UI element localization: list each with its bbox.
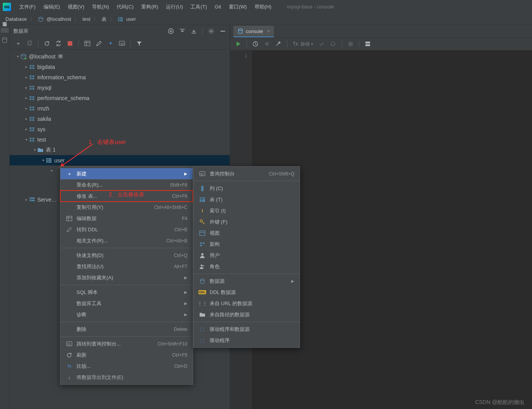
expand-arrow-icon[interactable] [23,137,29,142]
tree-tables-folder[interactable]: 表 1 [46,147,56,154]
edit-icon[interactable] [96,40,102,47]
expand-arrow-icon[interactable] [23,85,29,90]
history-icon[interactable] [252,41,258,47]
sync-icon[interactable] [55,40,62,47]
sub-url-datasource[interactable]: ⋮⋮来自 URL 的数据源 [193,298,300,309]
gear-icon[interactable] [208,28,214,34]
tree-server-objects[interactable]: Serve… [37,197,57,203]
sub-schema[interactable]: 架构 [193,239,300,250]
expand-arrow-icon[interactable] [23,127,29,131]
menu-run[interactable]: 运行(U) [162,0,187,13]
sub-path-datasource[interactable]: 来自路径的数据源 [193,309,300,320]
sub-index[interactable]: i索引 (I) [193,205,300,216]
tree-schema[interactable]: sakila [37,116,51,122]
jump-icon[interactable]: ✦ [107,40,113,47]
sub-table[interactable]: 表 (T) [193,194,300,205]
tree-schema[interactable]: mysql [37,85,52,91]
crumb-db[interactable]: test [82,16,90,22]
crumb-host[interactable]: @localhost [47,16,72,22]
expand-arrow-icon[interactable] [15,54,20,58]
db-strip-icon[interactable] [1,37,8,43]
sub-foreign-key[interactable]: 外键 (F) [193,216,300,227]
sub-role[interactable]: 角色 [193,261,300,272]
expand-arrow-icon[interactable] [49,169,54,173]
sub-query-console[interactable]: QL查询控制台Ctrl+Shift+Q [193,168,300,179]
refresh-icon[interactable] [44,40,50,47]
rollback-icon[interactable] [330,41,336,47]
tx-mode[interactable]: Tx: 自动 ▾ [293,41,313,47]
ctx-new[interactable]: ＋ 新建▶ [60,168,193,179]
stop-query-icon[interactable] [347,41,354,47]
tree-schema-test[interactable]: test [37,137,46,143]
ctx-goto-ddl[interactable]: 转到 DDLCtrl+B [60,224,193,235]
expand-arrow-icon[interactable] [23,96,29,100]
tree-schema[interactable]: information_schema [37,74,86,80]
ctx-edit-data[interactable]: 编辑数据F4 [60,213,193,224]
menu-window[interactable]: 窗口(W) [225,0,251,13]
expand-arrow-icon[interactable] [23,117,29,121]
database-toolwindow-tab[interactable]: 数据库 [1,28,9,33]
ctx-find-usages[interactable]: 查找用法(U)Alt+F7 [60,261,193,272]
menu-code[interactable]: 代码(C) [113,0,137,13]
sub-column[interactable]: 列 (C) [193,183,300,194]
sub-view[interactable]: 视图 [193,227,300,239]
layout-icon[interactable] [365,41,371,47]
crumb-tables[interactable]: 表 [102,16,107,23]
table-view-icon[interactable] [84,40,90,47]
stop-icon[interactable] [67,40,73,47]
expand-arrow-icon[interactable] [23,65,29,69]
crumb-user[interactable]: user [126,16,136,22]
expand-arrow-icon[interactable] [23,197,29,202]
run-icon[interactable] [235,41,241,47]
menu-file[interactable]: 文件(F) [15,0,40,13]
ctx-jump-console[interactable]: QL跳转到查询控制台...Ctrl+Shift+F10 [60,338,193,349]
record-icon[interactable] [264,41,270,47]
collapse-icon[interactable] [179,28,185,34]
sub-user[interactable]: 用户 [193,250,300,261]
expand-arrow-icon[interactable] [23,106,29,110]
ctx-modify-table[interactable]: 修改 表...Ctrl+F6 [60,190,193,202]
ctx-sql-scripts[interactable]: SQL 脚本▶ [60,287,193,298]
menu-tools[interactable]: 工具(T) [187,0,211,13]
expand-arrow-icon[interactable] [40,158,46,162]
tab-console[interactable]: console × [233,26,274,37]
hide-icon[interactable] [220,28,226,34]
menu-edit[interactable]: 编辑(E) [40,0,64,13]
filter-icon[interactable] [136,40,142,47]
expand-icon[interactable] [191,28,197,34]
ctx-quick-doc[interactable]: 快速文档(D)Ctrl+Q [60,250,193,261]
expand-arrow-icon[interactable] [23,75,29,79]
ctx-diagnostics[interactable]: 诊断▶ [60,309,193,320]
expand-arrow-icon[interactable] [32,148,37,152]
menu-help[interactable]: 帮助(H) [251,0,275,13]
ctx-related-files[interactable]: 相关文件(R)...Ctrl+Alt+B [60,235,193,246]
tree-schema[interactable]: bigdata [37,64,55,70]
tree-schema[interactable]: performance_schema [37,95,89,101]
menu-refactor[interactable]: 重构(R) [137,0,162,13]
ctx-compare[interactable]: ⇆比较...Ctrl+D [60,361,193,372]
copy-icon[interactable] [27,40,33,47]
ctx-refresh[interactable]: 刷新Ctrl+F5 [60,349,193,361]
tree-schema[interactable]: rmzh [37,105,49,112]
sub-ddl-datasource[interactable]: DDLDDL 数据源 [193,287,300,298]
commit-icon[interactable] [319,41,325,47]
menu-view[interactable]: 视图(V) [64,0,88,13]
crumb-database[interactable]: Database [5,16,27,22]
add-datasource-icon[interactable] [168,28,174,34]
tree-table-user[interactable]: user [10,155,230,165]
menu-git[interactable]: Git [211,0,225,13]
menu-nav[interactable]: 导航(N) [88,0,113,13]
wrench-icon[interactable] [275,41,282,47]
sub-driver[interactable]: ⬚驱动程序 [193,335,300,346]
plus-icon[interactable]: ＋ [15,40,21,47]
ctx-db-tools[interactable]: 数据库工具▶ [60,298,193,309]
sub-driver-datasource[interactable]: ⬚驱动程序和数据源 [193,324,300,335]
ctx-rename[interactable]: 重命名(R)...Shift+F6 [60,179,193,190]
ctx-add-favorites[interactable]: 添加到收藏夹(A)▶ [60,272,193,283]
sub-datasource[interactable]: 数据源▶ [193,275,300,287]
ctx-copy-reference[interactable]: 复制引用(Y)Ctrl+Alt+Shift+C [60,202,193,213]
tree-host[interactable]: @localhost [29,53,55,60]
ctx-delete[interactable]: 删除Delete [60,324,193,335]
console-icon[interactable]: QL [119,40,125,47]
tree-schema[interactable]: sys [37,126,45,132]
